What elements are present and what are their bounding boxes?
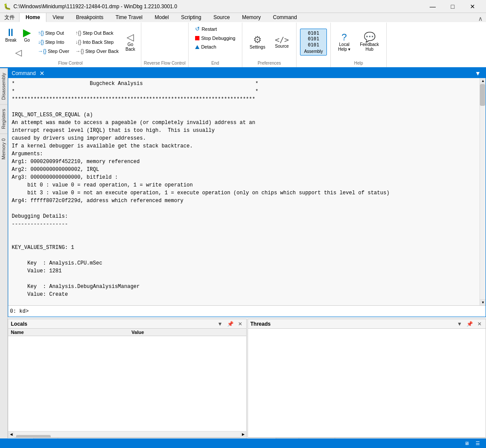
locals-panel: Locals ▼ 📌 ✕ Name Value <box>8 319 247 438</box>
statusbar-right-icon2[interactable]: ☰ <box>473 438 483 448</box>
threads-panel-close[interactable]: ✕ <box>476 321 483 327</box>
command-title: Command <box>12 70 36 76</box>
stop-debugging-button[interactable]: Stop Debugging <box>193 34 238 42</box>
titlebar-title: C:\Windows\Minidump\111922-12484-01.dmp … <box>13 3 423 10</box>
tab-time-travel[interactable]: Time Travel <box>110 13 149 22</box>
scrollbar-down-arrow[interactable]: ▼ <box>480 299 486 305</box>
locals-panel-content[interactable]: Name Value <box>8 329 246 431</box>
threads-panel-titlebar: Threads ▼ 📌 ✕ <box>248 319 486 329</box>
threads-panel: Threads ▼ 📌 ✕ <box>248 319 486 438</box>
ribbon-group-reverse-flow: Reverse Flow Control <box>141 23 189 67</box>
sidebar: Disassembly Registers Memory 0 <box>0 68 8 448</box>
tab-memory[interactable]: Memory <box>236 13 267 22</box>
threads-panel-title: Threads <box>251 321 454 327</box>
go-back-button[interactable]: ◁ <box>13 46 23 59</box>
sidebar-item-memory[interactable]: Memory 0 <box>0 134 7 164</box>
locals-scroll-right[interactable]: ▶ <box>240 432 246 438</box>
locals-table: Name Value <box>8 329 246 336</box>
tab-source[interactable]: Source <box>207 13 236 22</box>
scrollbar-thumb[interactable] <box>480 84 485 106</box>
locals-col-value: Value <box>129 329 246 336</box>
command-output-text: * Bugcheck Analysis * * * **************… <box>12 80 482 305</box>
step-over-button[interactable]: →{} Step Over <box>36 47 72 56</box>
tab-home[interactable]: Home <box>19 13 46 22</box>
step-into-back-button[interactable]: ↓{} Into Back Step <box>73 38 121 46</box>
restart-button[interactable]: ↺ Restart <box>193 24 238 33</box>
ribbon-group-flow-control: ⏸ Break ▶ Go ◁ ↑{} <box>0 23 141 67</box>
tab-view[interactable]: View <box>46 13 70 22</box>
locals-panel-title: Locals <box>11 321 215 327</box>
source-button[interactable]: </> Source <box>271 29 293 55</box>
titlebar: 🐛 C:\Windows\Minidump\111922-12484-01.dm… <box>0 0 486 13</box>
menu-file[interactable]: 文件 <box>0 13 19 22</box>
command-prompt: 0: kd> <box>8 308 30 314</box>
go-button[interactable]: ▶ Go <box>20 26 34 44</box>
assembly-button[interactable]: 0101 0101 0101 Assembly <box>300 29 326 56</box>
tab-command[interactable]: Command <box>267 13 303 22</box>
statusbar-right-icon1[interactable]: 🖥 <box>462 438 471 448</box>
titlebar-controls: — □ ✕ <box>423 0 483 13</box>
tab-model[interactable]: Model <box>149 13 175 22</box>
step-over-back-button[interactable]: →{} Step Over Back <box>73 47 121 56</box>
step-out-button[interactable]: ↑{} Step Out <box>36 29 72 37</box>
step-into-button[interactable]: ↓{} Step Into <box>36 38 72 46</box>
scrollbar-up-arrow[interactable]: ▲ <box>480 78 486 84</box>
detach-button[interactable]: Detach <box>193 43 238 51</box>
sidebar-item-disassembly[interactable]: Disassembly <box>0 68 7 104</box>
command-input[interactable] <box>30 308 486 314</box>
threads-panel-pin[interactable]: 📌 <box>465 321 474 327</box>
command-titlebar: Command ✕ ▼ <box>8 69 486 78</box>
settings-button[interactable]: ⚙ Settings <box>246 29 269 55</box>
locals-panel-dropdown[interactable]: ▼ <box>216 321 224 327</box>
threads-panel-dropdown[interactable]: ▼ <box>456 321 463 327</box>
tab-scripting[interactable]: Scripting <box>175 13 207 22</box>
command-close-button[interactable]: ✕ <box>38 70 46 77</box>
ribbon-collapse-btn[interactable]: ∧ <box>475 15 486 22</box>
step-out-back-button[interactable]: ↑{} Step Out Back <box>73 29 121 37</box>
titlebar-icon: 🐛 <box>3 3 11 10</box>
locals-panel-pin[interactable]: 📌 <box>226 321 235 327</box>
command-dropdown-button[interactable]: ▼ <box>473 70 482 77</box>
tab-breakpoints[interactable]: Breakpoints <box>70 13 109 22</box>
statusbar: 🖥 ☰ <box>0 438 486 448</box>
sidebar-item-registers[interactable]: Registers <box>0 104 7 133</box>
go-back-large-button[interactable]: ◁ GoBack <box>123 31 138 53</box>
locals-panel-close[interactable]: ✕ <box>237 321 244 327</box>
close-button[interactable]: ✕ <box>463 0 483 13</box>
ribbon-group-end: ↺ Restart Stop Debugging Detach End <box>189 23 242 67</box>
ribbon-group-help: ? LocalHelp ▾ 💬 FeedbackHub Help <box>331 23 387 67</box>
command-input-row: 0: kd> <box>8 305 486 317</box>
locals-panel-titlebar: Locals ▼ 📌 ✕ <box>8 319 246 329</box>
threads-panel-content[interactable] <box>248 329 486 437</box>
minimize-button[interactable]: — <box>423 0 443 13</box>
locals-col-name: Name <box>8 329 129 336</box>
command-panel: Command ✕ ▼ * Bugcheck Analysis * * <box>8 68 486 317</box>
break-button[interactable]: ⏸ Break <box>3 26 19 44</box>
feedback-hub-button[interactable]: 💬 FeedbackHub <box>356 29 383 55</box>
locals-hscrollbar-thumb[interactable] <box>16 435 51 438</box>
ribbon-group-assembly: 0101 0101 0101 Assembly x <box>297 23 330 67</box>
maximize-button[interactable]: □ <box>443 0 463 13</box>
local-help-button[interactable]: ? LocalHelp ▾ <box>334 29 354 55</box>
ribbon-group-preferences: ⚙ Settings </> Source Preferences <box>242 23 297 67</box>
locals-scroll-left[interactable]: ◀ <box>8 432 14 438</box>
command-output[interactable]: * Bugcheck Analysis * * * **************… <box>8 78 486 305</box>
